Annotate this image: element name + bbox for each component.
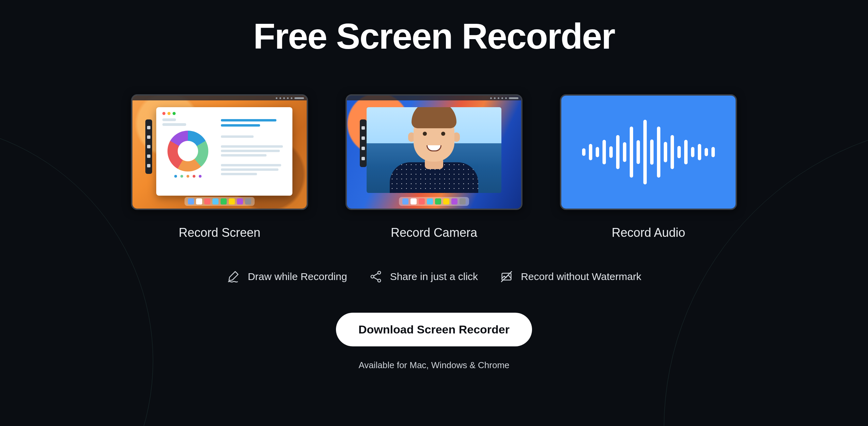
feature-nowm-label: Record without Watermark xyxy=(521,271,641,282)
record-screen-illustration xyxy=(131,94,308,210)
feature-draw: Draw while Recording xyxy=(227,270,347,283)
card-label-record-camera: Record Camera xyxy=(391,226,477,240)
annotation-toolbar-illustration xyxy=(360,119,367,167)
macos-dock-illustration xyxy=(184,197,255,206)
card-record-audio[interactable]: Record Audio xyxy=(560,94,737,240)
hero-section: Free Screen Recorder xyxy=(0,0,868,426)
feature-share: Share in just a click xyxy=(369,270,478,283)
macos-menubar-illustration xyxy=(347,96,521,100)
page-title: Free Screen Recorder xyxy=(0,16,868,57)
app-window-illustration xyxy=(156,107,292,196)
person-avatar-icon xyxy=(390,111,478,193)
donut-chart-icon xyxy=(167,131,208,171)
card-label-record-audio: Record Audio xyxy=(612,226,685,240)
feature-no-watermark: Record without Watermark xyxy=(500,270,641,283)
feature-badges-row: Draw while Recording Share in just a cli… xyxy=(0,270,868,283)
download-button[interactable]: Download Screen Recorder xyxy=(336,313,532,346)
webcam-window-illustration xyxy=(367,107,501,193)
share-nodes-icon xyxy=(369,270,383,283)
no-watermark-icon xyxy=(500,270,513,283)
card-label-record-screen: Record Screen xyxy=(179,226,260,240)
pen-draw-icon xyxy=(227,270,240,283)
record-camera-illustration xyxy=(345,94,523,210)
macos-dock-illustration xyxy=(399,197,469,206)
card-record-screen[interactable]: Record Screen xyxy=(131,94,308,240)
waveform-icon xyxy=(561,96,736,209)
annotation-toolbar-illustration xyxy=(145,119,152,174)
card-record-camera[interactable]: Record Camera xyxy=(345,94,523,240)
feature-share-label: Share in just a click xyxy=(390,271,478,282)
availability-text: Available for Mac, Windows & Chrome xyxy=(0,360,868,371)
feature-draw-label: Draw while Recording xyxy=(248,271,347,282)
macos-menubar-illustration xyxy=(132,96,307,100)
feature-cards-row: Record Screen xyxy=(0,94,868,240)
record-audio-illustration xyxy=(560,94,737,210)
